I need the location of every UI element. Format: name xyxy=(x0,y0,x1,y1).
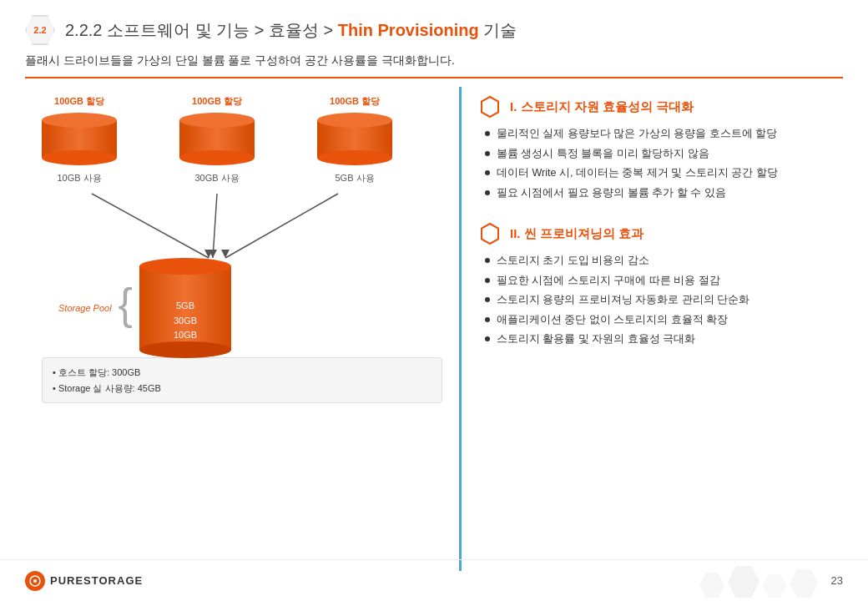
cylinders-row: 100GB 할당 10GB 사용 100GB 할당 xyxy=(25,95,409,184)
hex-deco-3 xyxy=(763,574,786,598)
section-2-header: II. 씬 프로비져닝의 효과 xyxy=(478,222,843,245)
hex-deco-2 xyxy=(728,566,760,598)
bullet-2-2: 필요한 시점에 스토리지 구매에 따른 비용 절감 xyxy=(485,274,843,289)
cylinder-2-shape xyxy=(179,113,255,165)
bullet-1-2: 볼륨 생성시 특정 블록을 미리 할당하지 않음 xyxy=(485,147,843,162)
logo-text: PURESTORAGE xyxy=(50,574,143,587)
bullet-dot xyxy=(485,317,490,322)
cylinder-2-label: 100GB 할당 xyxy=(192,95,242,108)
section-1-block: I. 스토리지 자원 효율성의 극대화 물리적인 실제 용량보다 많은 가상의 … xyxy=(478,95,843,200)
pool-brace: { xyxy=(119,285,133,324)
cylinder-3-usage: 5GB 사용 xyxy=(335,172,374,184)
section-1-icon xyxy=(478,95,502,119)
cylinder-2-usage: 30GB 사용 xyxy=(194,172,239,184)
bullet-dot xyxy=(485,190,490,195)
bullet-dot xyxy=(485,297,490,302)
pool-section: Storage Pool { 5GB 30GB 10GB xyxy=(58,258,231,358)
section-1-bullets: 물리적인 실제 용량보다 많은 가상의 용량을 호스트에 할당 볼륨 생성시 특… xyxy=(478,127,843,200)
cylinder-3-label: 100GB 할당 xyxy=(330,95,380,108)
right-content: I. 스토리지 자원 효율성의 극대화 물리적인 실제 용량보다 많은 가상의 … xyxy=(459,87,843,571)
info-line-1: • 호스트 할당: 300GB xyxy=(53,365,431,381)
pool-sizes: 5GB 30GB 10GB xyxy=(174,299,197,343)
main-content: 100GB 할당 10GB 사용 100GB 할당 xyxy=(0,78,868,571)
ps-logo-icon xyxy=(25,571,45,591)
page-footer: PURESTORAGE 23 xyxy=(0,559,868,601)
page-title: 2.2.2 소프트웨어 및 기능 > 효율성 > Thin Provisioni… xyxy=(65,19,517,42)
svg-point-9 xyxy=(33,579,37,583)
hex-decorations xyxy=(699,566,818,601)
bullet-dot xyxy=(485,170,490,175)
cylinder-1-shape xyxy=(42,113,117,165)
cylinder-1-usage: 10GB 사용 xyxy=(57,172,101,184)
hex-deco-1 xyxy=(699,573,724,598)
bullet-2-5: 스토리지 활용률 및 자원의 효율성 극대화 xyxy=(485,332,843,347)
svg-marker-7 xyxy=(482,224,498,244)
svg-marker-5 xyxy=(221,250,230,258)
bullet-dot xyxy=(485,258,490,263)
section-2-block: II. 씬 프로비져닝의 효과 스토리지 초기 도입 비용의 감소 필요한 시점… xyxy=(478,222,843,347)
svg-line-1 xyxy=(213,194,217,258)
cylinder-2: 100GB 할당 30GB 사용 xyxy=(179,95,255,184)
svg-line-2 xyxy=(225,194,338,258)
section-1-header: I. 스토리지 자원 효율성의 극대화 xyxy=(478,95,843,119)
bullet-2-1: 스토리지 초기 도입 비용의 감소 xyxy=(485,254,843,269)
cylinder-1-label: 100GB 할당 xyxy=(54,95,104,108)
bullet-dot xyxy=(485,151,490,156)
section-2-icon xyxy=(478,222,502,245)
section-2-bullets: 스토리지 초기 도입 비용의 감소 필요한 시점에 스토리지 구매에 따른 비용… xyxy=(478,254,843,347)
bullet-1-1: 물리적인 실제 용량보다 많은 가상의 용량을 호스트에 할당 xyxy=(485,127,843,142)
logo: PURESTORAGE xyxy=(25,571,143,591)
svg-marker-3 xyxy=(204,250,213,258)
pool-label: Storage Pool xyxy=(58,303,112,313)
page-subtitle: 플래시 드라이브들을 가상의 단일 볼륨 풀로 구성하여 공간 사용률을 극대화… xyxy=(25,53,843,68)
bullet-2-4: 애플리케이션 중단 없이 스토리지의 효율적 확장 xyxy=(485,313,843,328)
hex-deco-4 xyxy=(790,569,818,598)
svg-line-0 xyxy=(92,194,209,258)
cylinder-1: 100GB 할당 10GB 사용 xyxy=(42,95,117,184)
section-badge: 2.2 xyxy=(25,15,55,45)
info-box: • 호스트 할당: 300GB • Storage 실 사용량: 45GB xyxy=(42,357,442,403)
diagram-area: 100GB 할당 10GB 사용 100GB 할당 xyxy=(25,87,459,571)
bullet-1-4: 필요 시점에서 필요 용량의 볼륨 추가 할 수 있음 xyxy=(485,186,843,201)
cylinder-3-shape xyxy=(317,113,392,165)
bullet-dot xyxy=(485,278,490,283)
info-line-2: • Storage 실 사용량: 45GB xyxy=(53,381,431,396)
bullet-dot xyxy=(485,336,490,341)
page-header: 2.2 2.2.2 소프트웨어 및 기능 > 효율성 > Thin Provis… xyxy=(0,0,868,53)
cylinder-3: 100GB 할당 5GB 사용 xyxy=(317,95,392,184)
section-1-title: I. 스토리지 자원 효율성의 극대화 xyxy=(510,99,694,115)
section-2-title: II. 씬 프로비져닝의 효과 xyxy=(510,226,643,242)
svg-marker-4 xyxy=(209,250,217,258)
page-number: 23 xyxy=(831,574,843,587)
bullet-2-3: 스토리지 용량의 프로비져닝 자동화로 관리의 단순화 xyxy=(485,293,843,308)
pool-cylinder: 5GB 30GB 10GB xyxy=(139,258,231,358)
bullet-dot xyxy=(485,131,490,136)
bullet-1-3: 데이터 Write 시, 데이터는 중복 제거 및 스토리지 공간 할당 xyxy=(485,166,843,181)
svg-marker-6 xyxy=(482,97,498,117)
